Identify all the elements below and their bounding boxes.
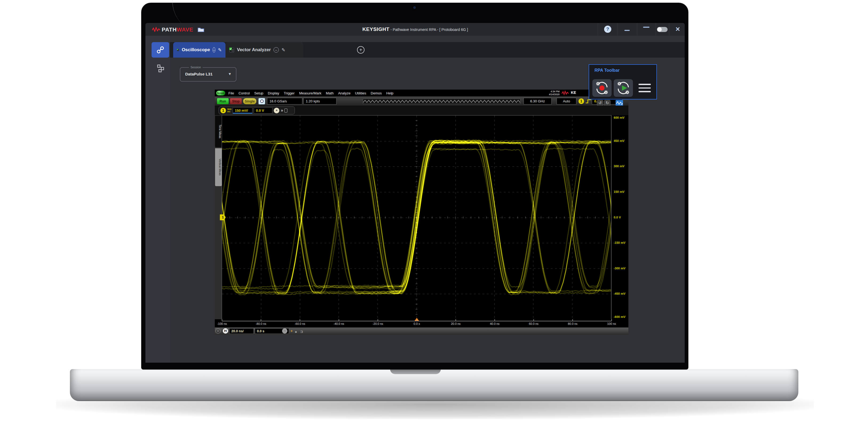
session-dropdown[interactable]: Session DataPulse L31 ▼ (180, 67, 237, 81)
vertical-scale-labels: 600 mV450 mV300 mV150 mV0.0 V-150 mV-300… (612, 115, 628, 320)
rpa-run-button[interactable] (614, 79, 633, 97)
y-tick-label: 600 mV (614, 116, 624, 119)
display-settings-icon[interactable] (258, 98, 265, 104)
menu-demos[interactable]: Demos (371, 91, 381, 95)
channel1-icon[interactable]: 1 (220, 108, 226, 113)
sample-rate-field[interactable]: 16.0 GSa/s (267, 98, 302, 104)
session-label: Session (189, 66, 203, 69)
maximize-button[interactable] (643, 27, 649, 28)
tab-edit-icon[interactable]: ✎ (281, 47, 285, 53)
menu-control[interactable]: Control (239, 91, 250, 95)
y-tick-label: 150 mV (614, 190, 624, 193)
position-knob-icon[interactable]: + (274, 108, 279, 113)
webcam-icon (413, 6, 416, 9)
scope-menu: File Control Setup Display Trigger Measu… (228, 91, 393, 95)
menu-trigger[interactable]: Trigger (284, 91, 294, 95)
scope-clock: 4:34 PM 4/14/2020 (549, 90, 560, 96)
theme-toggle[interactable] (657, 27, 668, 32)
scope-channel-bar: 1 50ΩDC 150 mV/ 0.0 V + » (215, 106, 628, 115)
pathwave-wave-icon (152, 27, 160, 33)
popout-icon[interactable] (284, 108, 287, 112)
add-tab-icon[interactable]: + (357, 46, 365, 54)
sidebar-item-topology[interactable] (154, 61, 167, 75)
sidebar-item-connections[interactable] (152, 42, 169, 58)
x-tick-label: 100 ns (607, 322, 616, 325)
instrument-status-icon (177, 47, 179, 53)
pathwave-logo: PATHWAVE (152, 26, 205, 33)
acquisition-preview-waveform (363, 99, 520, 104)
rpa-menu-button[interactable] (635, 79, 654, 97)
stop-button[interactable]: Stop (230, 98, 242, 104)
menu-help[interactable]: Help (386, 91, 394, 95)
x-tick-label: 60.0 ns (529, 322, 538, 325)
scope-menubar: Scope File Control Setup Display Trigger… (215, 90, 628, 97)
toggle-knob (657, 27, 662, 32)
minimize-button[interactable] (624, 30, 630, 31)
y-tick-label: -150 mV (614, 241, 625, 244)
channel1-controls: 1 50ΩDC 150 mV/ 0.0 V + » (219, 106, 295, 115)
tab-edit-icon[interactable]: ✎ (218, 47, 222, 53)
menu-utilities[interactable]: Utilities (355, 91, 366, 95)
scope-logo-button[interactable]: Scope (216, 91, 225, 95)
x-tick-label: -80.0 ns (256, 322, 266, 325)
collapse-icon[interactable]: ⊐ (300, 328, 303, 335)
scope-waveform-canvas (222, 116, 611, 320)
menu-analyze[interactable]: Analyze (338, 91, 350, 95)
x-tick-label: 0.0 s (413, 322, 420, 325)
marker-icon[interactable]: ◔ (282, 328, 287, 334)
analyzer-icon[interactable] (616, 100, 623, 106)
record-icon (595, 81, 608, 94)
vertical-offset-field[interactable]: 0.0 V (254, 107, 273, 113)
menu-file[interactable]: File (228, 91, 234, 95)
acquisition-preview[interactable] (363, 99, 520, 104)
y-tick-label: 300 mV (614, 165, 624, 168)
redo-icon[interactable]: ↻ (604, 100, 611, 106)
scope-toolbar: Run Stop Single 16.0 GSa/s 1.20 kpts 6.3… (215, 97, 628, 106)
laptop-lid-notch (390, 369, 441, 374)
window-title-text: - Pathwave Instrument RPA - [ Protoboard… (391, 28, 468, 32)
menu-measure-mark[interactable]: Measure/Mark (299, 91, 321, 95)
side-tab-time-meas[interactable]: Time Meas (215, 116, 222, 147)
menu-math[interactable]: Math (326, 91, 334, 95)
topology-icon (156, 64, 165, 73)
horizontal-menu-icon[interactable]: H (223, 328, 228, 334)
trigger-mode-field[interactable]: Auto (557, 98, 576, 104)
y-tick-label: 0.0 V (614, 216, 621, 219)
tab-oscilloscope[interactable]: Oscilloscope – ✎ (173, 42, 225, 58)
memory-depth-field[interactable]: 1.20 kpts (303, 98, 337, 104)
play-icon (617, 81, 630, 94)
rpa-record-button[interactable] (592, 79, 612, 97)
menu-display[interactable]: Display (268, 91, 279, 95)
run-button[interactable]: Run (217, 98, 229, 104)
undo-icon[interactable]: ↺ (597, 100, 603, 106)
chevron-right-icon[interactable]: » (295, 328, 297, 335)
y-tick-label: 450 mV (614, 139, 624, 142)
vertical-scale-field[interactable]: 150 mV/ (233, 107, 252, 113)
expand-chevron-icon[interactable]: » (281, 108, 283, 113)
tab-vector-analyzer[interactable]: Vector Analyzer – ✎ (225, 42, 303, 58)
help-icon[interactable]: ? (604, 26, 611, 33)
bandwidth-field[interactable]: 6.30 GHz (524, 98, 552, 104)
x-tick-label: -40.0 ns (334, 322, 344, 325)
y-tick-label: -600 mV (614, 315, 625, 318)
keysight-brand-partial: KE (571, 90, 576, 95)
link-nodes-icon (156, 45, 165, 54)
tab-remove-icon[interactable]: – (274, 47, 279, 53)
close-button[interactable]: ✕ (674, 25, 682, 33)
tab-remove-icon[interactable]: – (213, 47, 215, 53)
expand-drawer-icon[interactable]: › (215, 328, 221, 334)
x-tick-label: -60.0 ns (294, 322, 305, 325)
crosshair-icon[interactable]: + (289, 328, 294, 334)
y-tick-label: -450 mV (614, 292, 625, 295)
side-tab-vertical-meas[interactable]: Vertical Meas (215, 148, 222, 186)
horizontal-scale-field[interactable]: 20.0 ns/ (229, 328, 254, 334)
window-title-brand: KEYSIGHT (362, 26, 389, 32)
scope-graticule[interactable] (222, 115, 611, 320)
folder-icon[interactable] (197, 27, 205, 32)
single-button[interactable]: Single (243, 98, 257, 104)
window-title: KEYSIGHT - Pathwave Instrument RPA - [ P… (308, 26, 522, 33)
trigger-source-channel-icon[interactable]: 1 (579, 98, 584, 104)
tab-label: Vector Analyzer (237, 47, 271, 53)
chevron-down-icon: ▼ (228, 72, 231, 76)
menu-setup[interactable]: Setup (254, 91, 264, 95)
